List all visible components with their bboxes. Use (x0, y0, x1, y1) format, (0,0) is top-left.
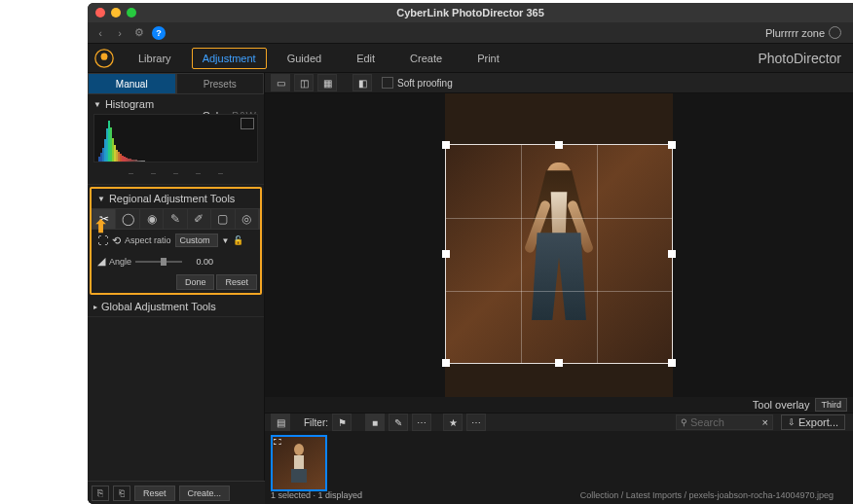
brand-text: PhotoDirector (758, 51, 841, 66)
straighten-icon[interactable]: ◢ (97, 255, 105, 268)
back-icon[interactable]: ‹ (93, 26, 107, 40)
user-zone[interactable]: Plurrrrr zone (765, 26, 841, 39)
filmstrip: ⛶ 1 selected · 1 displayed Collection / … (265, 431, 853, 504)
titlebar: CyberLink PhotoDirector 365 (88, 3, 853, 22)
crop-overlay[interactable] (445, 144, 673, 364)
tab-presets[interactable]: Presets (176, 73, 265, 94)
aspect-label: Aspect ratio (125, 235, 171, 245)
minimize-window-icon[interactable] (111, 8, 121, 18)
nav-library[interactable]: Library (121, 44, 189, 73)
rotate-icon[interactable]: ⟲ (112, 234, 121, 247)
copy-settings-icon[interactable]: ⎘ (92, 486, 109, 501)
overlay-status: Tool overlay Third (265, 397, 853, 413)
spot-tool-icon[interactable]: ◯ (116, 209, 139, 229)
settings-gear-icon[interactable]: ⚙ (132, 26, 146, 40)
grid-view-icon[interactable]: ▦ (317, 74, 337, 91)
histogram-display (93, 114, 258, 162)
crop-handle[interactable] (442, 359, 450, 367)
maximize-window-icon[interactable] (127, 8, 136, 18)
regional-tool-icons: ✂ ◯ ◉ ✎ ✐ ▢ ◎ (92, 208, 260, 230)
view-toolbar: ▭ ◫ ▦ ◧ Soft proofing (265, 73, 853, 93)
crop-handle[interactable] (668, 141, 676, 149)
soft-proofing-checkbox[interactable] (382, 77, 393, 89)
filter-more-icon[interactable]: ⋯ (412, 414, 431, 431)
brush-tool-icon[interactable]: ✎ (164, 209, 187, 229)
regional-label: Regional Adjustment Tools (109, 193, 235, 204)
reset-all-button[interactable]: Reset (134, 486, 175, 501)
regional-tools-panel: ▼Regional Adjustment Tools ✂ ◯ ◉ ✎ ✐ ▢ ◎… (90, 187, 262, 295)
lock-icon[interactable]: 🔓 (233, 235, 243, 245)
crop-handle[interactable] (668, 250, 676, 258)
angle-slider[interactable] (135, 261, 182, 263)
photo-subject (527, 162, 591, 338)
done-button[interactable]: Done (176, 274, 215, 290)
crop-handle[interactable] (668, 359, 676, 367)
user-icon (829, 26, 841, 39)
crop-handle[interactable] (555, 141, 563, 149)
nav-guided[interactable]: Guided (270, 44, 339, 73)
thumbnail-1[interactable]: ⛶ (271, 435, 327, 491)
close-window-icon[interactable] (95, 8, 105, 18)
overlay-select[interactable]: Third (815, 398, 847, 412)
app-window: CyberLink PhotoDirector 365 ‹ › ⚙ ? Plur… (88, 3, 853, 504)
breadcrumb: Collection / Latest Imports / pexels-joa… (580, 490, 834, 500)
canvas-area: ▭ ◫ ▦ ◧ Soft proofing Tool overlay Third (265, 73, 853, 504)
angle-label: Angle (109, 257, 131, 267)
filter-flag-icon[interactable]: ⚑ (332, 414, 352, 431)
adjustment-sidebar: Manual Presets ▼Histogram ColorB&W –––––… (88, 73, 265, 504)
nav-adjustment[interactable]: Adjustment (192, 48, 267, 69)
crop-handle[interactable] (555, 359, 563, 367)
sidebar-footer: ⎘ ⎗ Reset Create... (88, 481, 265, 504)
filter-extra-icon[interactable]: ⋯ (466, 414, 486, 431)
crop-handle[interactable] (442, 250, 450, 258)
split-view-icon[interactable]: ◫ (294, 74, 314, 91)
forward-icon[interactable]: › (113, 26, 127, 40)
filter-bar: ▤ Filter: ⚑ ■ ✎ ⋯ ★ ⋯ ⚲ Search× ⇩ Export… (265, 413, 853, 431)
filter-edit-icon[interactable]: ✎ (389, 414, 408, 431)
rating-1-icon[interactable]: ★ (443, 414, 463, 431)
mask-tool-icon[interactable]: ▢ (211, 209, 235, 229)
search-input[interactable]: ⚲ Search× (676, 414, 773, 430)
tutorial-arrow-icon: ⬆ (93, 216, 108, 237)
mac-toolbar: ‹ › ⚙ ? Plurrrrr zone (88, 22, 853, 44)
paste-settings-icon[interactable]: ⎗ (113, 486, 130, 501)
compare-icon[interactable]: ◧ (352, 74, 372, 91)
pen-tool-icon[interactable]: ✐ (188, 209, 211, 229)
create-preset-button[interactable]: Create... (179, 486, 231, 501)
soft-proofing-label: Soft proofing (397, 78, 453, 89)
help-icon[interactable]: ? (152, 26, 166, 40)
histogram-header[interactable]: ▼Histogram (93, 98, 258, 110)
selection-status: 1 selected · 1 displayed (271, 490, 362, 500)
reset-button[interactable]: Reset (216, 274, 257, 290)
app-logo[interactable] (88, 44, 121, 73)
thumb-size-icon[interactable]: ▤ (271, 414, 290, 431)
redeye-tool-icon[interactable]: ◉ (140, 209, 164, 229)
nav-print[interactable]: Print (460, 44, 517, 73)
nav-create[interactable]: Create (392, 44, 460, 73)
export-button[interactable]: ⇩ Export... (781, 414, 845, 430)
global-tools-header[interactable]: ▸Global Adjustment Tools (93, 301, 258, 312)
crop-handle[interactable] (442, 141, 450, 149)
image-preview[interactable] (265, 93, 853, 397)
single-view-icon[interactable]: ▭ (271, 74, 290, 91)
window-title: CyberLink PhotoDirector 365 (396, 7, 544, 18)
label-red-icon[interactable]: ■ (365, 414, 385, 431)
radial-tool-icon[interactable]: ◎ (236, 209, 259, 229)
angle-value: 0.00 (186, 257, 213, 267)
filter-label: Filter: (304, 417, 328, 428)
nav-edit[interactable]: Edit (339, 44, 392, 73)
aspect-ratio-select[interactable]: Custom (175, 234, 218, 247)
module-nav: Library Adjustment Guided Edit Create Pr… (88, 44, 853, 73)
tab-manual[interactable]: Manual (88, 73, 176, 94)
